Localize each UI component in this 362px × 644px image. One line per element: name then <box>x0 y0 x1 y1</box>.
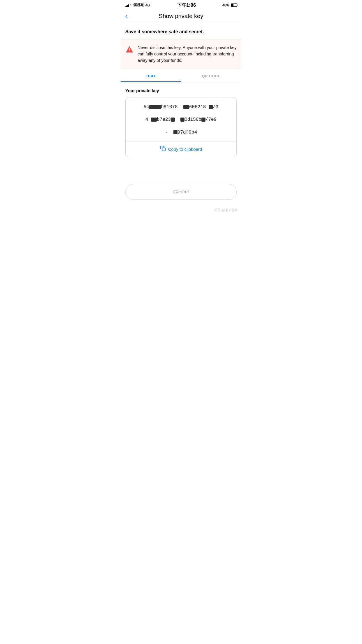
tab-text[interactable]: TEXT <box>121 69 181 82</box>
svg-text:!: ! <box>129 48 130 52</box>
key-text-line3: - 97df9b4 <box>130 129 232 136</box>
bottom-section: Cancel <box>121 179 241 207</box>
copy-button[interactable]: Copy to clipboard <box>130 141 232 157</box>
safe-text: Save it somewhere safe and secret. <box>125 29 237 34</box>
signal-bar-1 <box>125 6 126 7</box>
signal-bar-3 <box>127 5 128 7</box>
main-content: Save it somewhere safe and secret. ! Nev… <box>121 23 241 215</box>
carrier-label: 中国移动 <box>130 3 144 8</box>
copy-label: Copy to clipboard <box>168 147 202 152</box>
warning-text: Never disclose this key. Anyone with you… <box>138 45 237 64</box>
battery-percent: 40% <box>222 3 229 7</box>
private-key-label: Your private key <box>125 88 237 93</box>
tabs-section: TEXT QR CODE <box>121 69 241 82</box>
tab-qrcode[interactable]: QR CODE <box>181 69 241 82</box>
key-box: 5cb81878 608218 /3 4 b7e23 0d156b/7e9 - … <box>125 97 237 157</box>
watermark: 知乎-@未来首富 <box>121 207 241 215</box>
key-text-line2: 4 b7e23 0d156b/7e9 <box>130 116 232 124</box>
warning-box: ! Never disclose this key. Anyone with y… <box>121 39 241 69</box>
cancel-button[interactable]: Cancel <box>125 184 237 200</box>
signal-bars <box>125 4 129 7</box>
signal-bar-2 <box>126 6 127 7</box>
warning-icon: ! <box>125 45 133 53</box>
network-label: 4G <box>145 3 150 7</box>
status-right: 40% <box>222 3 237 7</box>
safe-section: Save it somewhere safe and secret. <box>121 23 241 39</box>
signal-bar-4 <box>128 4 129 7</box>
status-left: 中国移动 4G <box>125 3 150 8</box>
nav-header: ‹ Show private key <box>121 10 241 23</box>
spacer <box>121 163 241 179</box>
tabs-row: TEXT QR CODE <box>121 69 241 82</box>
time-display: 下午1:06 <box>177 2 196 8</box>
status-bar: 中国移动 4G 下午1:06 40% <box>121 0 241 10</box>
private-key-section: Your private key 5cb81878 608218 /3 4 b7… <box>121 82 241 163</box>
key-text-line1: 5cb81878 608218 /3 <box>130 103 232 111</box>
back-button[interactable]: ‹ <box>125 13 130 20</box>
battery-icon <box>231 4 237 7</box>
copy-icon <box>160 146 166 153</box>
page-title: Show private key <box>159 13 203 20</box>
svg-rect-2 <box>162 148 165 151</box>
